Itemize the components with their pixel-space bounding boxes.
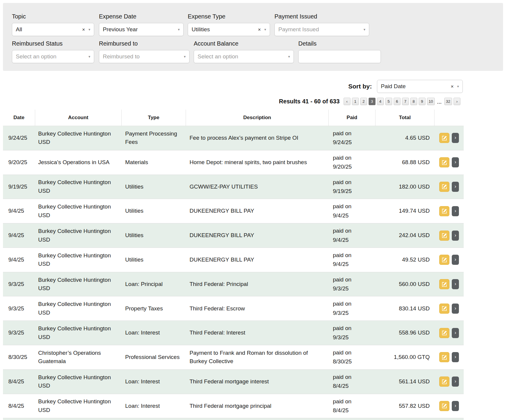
- cell-actions: ›: [434, 377, 464, 387]
- open-row-button[interactable]: ›: [452, 231, 459, 241]
- cell-description: Third Federal: Escrow: [186, 301, 329, 316]
- edit-button[interactable]: [439, 377, 449, 387]
- table-row: 9/3/25 Burkey Collective Huntington USD …: [3, 296, 464, 321]
- cell-paid: paid on 8/4/25: [329, 394, 375, 418]
- page-button-32[interactable]: 32: [444, 98, 452, 105]
- edit-button[interactable]: [439, 304, 449, 314]
- cell-actions: ›: [434, 157, 464, 167]
- results-row: Results 41 - 60 of 633 ‹12345678910...32…: [279, 98, 460, 105]
- cell-paid: paid on 9/3/25: [329, 296, 375, 321]
- cell-date: 9/19/25: [3, 180, 35, 194]
- open-row-button[interactable]: ›: [452, 328, 459, 338]
- details-input[interactable]: [298, 50, 381, 63]
- edit-button[interactable]: [439, 352, 449, 362]
- filter-select-payment-issued[interactable]: Payment Issued ▾: [274, 23, 369, 36]
- filter-select-topic[interactable]: All ✕ ▾: [12, 23, 94, 36]
- edit-button[interactable]: [439, 255, 449, 265]
- page-button-8[interactable]: 8: [410, 98, 417, 105]
- cell-total: 557.82 USD: [375, 399, 434, 413]
- paid-prefix: paid on: [333, 397, 371, 406]
- cell-actions: ›: [434, 304, 464, 314]
- sort-icons: ✕ ▾: [451, 84, 459, 89]
- open-row-button[interactable]: ›: [452, 206, 459, 216]
- open-row-button[interactable]: ›: [452, 401, 459, 411]
- edit-button[interactable]: [439, 401, 449, 411]
- sort-select[interactable]: Paid Date ✕ ▾: [377, 80, 463, 93]
- open-row-button[interactable]: ›: [452, 352, 459, 362]
- chevron-right-icon: ›: [454, 354, 456, 360]
- cell-account: Burkey Collective Huntington USD: [35, 175, 122, 198]
- chevron-down-icon: ▾: [457, 84, 459, 88]
- edit-button[interactable]: [439, 231, 449, 241]
- page-button-10[interactable]: 10: [427, 98, 435, 105]
- page-button-5[interactable]: 5: [385, 98, 392, 105]
- paid-date: 9/4/25: [333, 211, 371, 220]
- edit-button[interactable]: [439, 133, 449, 143]
- column-header-actions: [434, 110, 464, 126]
- filter-select-reimbursed-status[interactable]: Select an option ▾: [12, 50, 94, 63]
- cell-type: Materials: [122, 155, 186, 170]
- open-row-button[interactable]: ›: [452, 279, 459, 289]
- filter-group-reimbursed-to: Reimbursed to Reimbursed to ▾: [99, 40, 190, 63]
- page-button-4[interactable]: 4: [377, 98, 384, 105]
- filter-select-reimbursed-to[interactable]: Reimbursed to ▾: [99, 50, 190, 63]
- page-next-button[interactable]: ›: [454, 98, 460, 105]
- open-row-button[interactable]: ›: [452, 182, 459, 192]
- open-row-button[interactable]: ›: [452, 157, 459, 167]
- cell-date: 9/3/25: [3, 301, 35, 316]
- cell-account: Jessica’s Operations in USA: [35, 155, 122, 170]
- page-button-2[interactable]: 2: [360, 98, 367, 105]
- edit-button[interactable]: [439, 206, 449, 216]
- filter-group-topic: Topic All ✕ ▾: [12, 13, 94, 36]
- pencil-square-icon: [442, 282, 447, 287]
- open-row-button[interactable]: ›: [452, 304, 459, 314]
- cell-account: Burkey Collective Huntington USD: [35, 297, 122, 320]
- edit-button[interactable]: [439, 279, 449, 289]
- cell-actions: ›: [434, 206, 464, 216]
- paid-date: 9/4/25: [333, 260, 371, 269]
- paid-prefix: paid on: [333, 202, 371, 211]
- cell-actions: ›: [434, 279, 464, 289]
- edit-button[interactable]: [439, 157, 449, 167]
- cell-type: Property Taxes: [122, 301, 186, 316]
- edit-button[interactable]: [439, 182, 449, 192]
- filter-label: Account Balance: [194, 40, 294, 47]
- cell-actions: ›: [434, 255, 464, 265]
- pencil-square-icon: [442, 379, 447, 384]
- open-row-button[interactable]: ›: [452, 377, 459, 387]
- page-button-9[interactable]: 9: [419, 98, 426, 105]
- page-prev-button[interactable]: ‹: [344, 98, 350, 105]
- cell-description: Fee to process Alex’s payment on Stripe …: [186, 131, 329, 145]
- chevron-right-icon: ›: [454, 232, 456, 238]
- table-row-partial: [3, 418, 464, 420]
- cell-description: DUKEENERGY BILL PAY: [186, 204, 329, 218]
- cell-type: Loan: Interest: [122, 374, 186, 389]
- filter-select-expense-type[interactable]: Utilities ✕ ▾: [188, 23, 270, 36]
- column-header-type: Type: [122, 110, 186, 126]
- open-row-button[interactable]: ›: [452, 133, 459, 143]
- filter-select-expense-date[interactable]: Previous Year ▾: [99, 23, 184, 36]
- filter-select-account-balance[interactable]: Select an option ▾: [194, 50, 294, 63]
- page-button-7[interactable]: 7: [402, 98, 409, 105]
- cell-actions: ›: [434, 182, 464, 192]
- cell-date: 8/4/25: [3, 399, 35, 413]
- page-button-1[interactable]: 1: [352, 98, 359, 105]
- filter-icons: ✕ ▾: [82, 27, 90, 32]
- cell-type: Professional Services: [122, 350, 186, 365]
- filter-label: Details: [298, 40, 381, 47]
- paid-prefix: paid on: [333, 373, 371, 382]
- table-row: 9/3/25 Burkey Collective Huntington USD …: [3, 272, 464, 296]
- filter-group-expense-type: Expense Type Utilities ✕ ▾: [188, 13, 270, 36]
- edit-button[interactable]: [439, 328, 449, 338]
- clear-icon[interactable]: ✕: [82, 27, 85, 32]
- cell-date: 8/30/25: [3, 350, 35, 365]
- cell-description: Third Federal mortgage interest: [186, 374, 329, 389]
- cell-account: Burkey Collective Huntington USD: [35, 273, 122, 296]
- paid-prefix: paid on: [333, 251, 371, 260]
- cell-account: Burkey Collective Huntington USD: [35, 370, 122, 393]
- open-row-button[interactable]: ›: [452, 255, 459, 265]
- clear-icon[interactable]: ✕: [258, 27, 261, 32]
- page-button-6[interactable]: 6: [394, 98, 401, 105]
- clear-icon[interactable]: ✕: [451, 84, 454, 89]
- page-button-3[interactable]: 3: [369, 98, 375, 105]
